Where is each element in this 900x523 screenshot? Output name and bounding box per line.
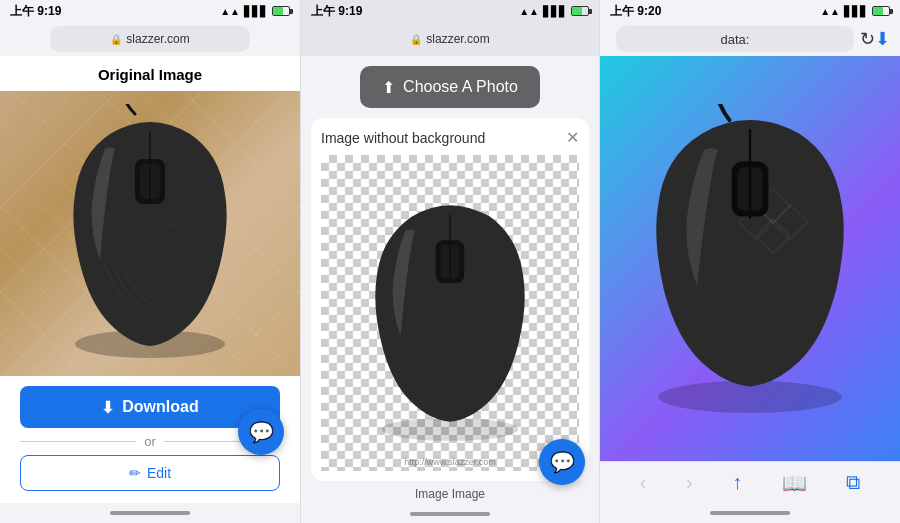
page-title-1: Original Image	[0, 56, 300, 91]
lock-icon-1: 🔒	[110, 34, 122, 45]
battery-icon-3	[872, 6, 890, 16]
status-icons-1: ▲▲ ▋▋▋	[220, 6, 290, 17]
edit-button[interactable]: ✏ Edit	[20, 455, 280, 491]
mouse-result-svg	[635, 104, 865, 414]
address-bar-2: 🔒 slazzer.com	[301, 22, 599, 56]
result-image-area	[600, 56, 900, 461]
home-indicator-2	[410, 512, 490, 516]
domain-2: slazzer.com	[426, 32, 489, 46]
status-icons-2: ▲▲ ▋▋▋	[519, 6, 589, 17]
home-bar-1	[0, 503, 300, 523]
chat-fab-2[interactable]: 💬	[539, 439, 585, 485]
bottom-image-label: Image Image	[301, 481, 599, 505]
chat-fab-1[interactable]: 💬	[238, 409, 284, 455]
original-image-area	[0, 91, 300, 376]
panel-original: 上午 9:19 ▲▲ ▋▋▋ 🔒 slazzer.com Original Im…	[0, 0, 300, 523]
choose-photo-label: Choose A Photo	[403, 78, 518, 96]
reload-button[interactable]: ↻	[860, 28, 875, 50]
status-bar-2: 上午 9:19 ▲▲ ▋▋▋	[301, 0, 599, 22]
chat-icon-2: 💬	[550, 450, 575, 474]
card-title: Image without background	[321, 130, 485, 146]
books-button-3[interactable]: 📖	[782, 471, 807, 495]
card-title-row: Image without background ✕	[321, 128, 579, 147]
download-icon: ⬇	[101, 398, 114, 417]
signal-icon-3: ▋▋▋	[844, 6, 868, 17]
time-3: 上午 9:20	[610, 3, 661, 20]
home-bar-3	[600, 503, 900, 523]
or-text: or	[144, 434, 156, 449]
domain-1: slazzer.com	[126, 32, 189, 46]
share-button-3[interactable]: ↑	[732, 471, 742, 494]
original-image-bg	[0, 91, 300, 376]
panel-nobg: 上午 9:19 ▲▲ ▋▋▋ 🔒 slazzer.com ⬆ Choose A …	[300, 0, 600, 523]
wifi-icon-2: ▲▲	[519, 6, 539, 17]
tabs-button-3[interactable]: ⧉	[846, 471, 860, 494]
lock-icon-2: 🔒	[410, 34, 422, 45]
home-indicator-1	[110, 511, 190, 515]
edit-label: Edit	[147, 465, 171, 481]
home-bar-2	[301, 505, 599, 523]
watermark: http://www.slazzer.com	[404, 457, 496, 467]
result-card: Image without background ✕ http://www.sl…	[311, 118, 589, 481]
status-bar-1: 上午 9:19 ▲▲ ▋▋▋	[0, 0, 300, 22]
url-bar[interactable]: data:	[616, 26, 854, 52]
address-bar-1: 🔒 slazzer.com	[0, 22, 300, 56]
chat-icon-1: 💬	[249, 420, 274, 444]
signal-icon: ▋▋▋	[244, 6, 268, 17]
signal-icon-2: ▋▋▋	[543, 6, 567, 17]
mouse-original-svg	[50, 104, 250, 364]
panel-data: 上午 9:20 ▲▲ ▋▋▋ data: ↻ ⬇	[600, 0, 900, 523]
battery-icon-2	[571, 6, 589, 16]
choose-photo-button[interactable]: ⬆ Choose A Photo	[360, 66, 540, 108]
status-icons-3: ▲▲ ▋▋▋	[820, 6, 890, 17]
upload-icon: ⬆	[382, 78, 395, 97]
or-line-left	[20, 441, 136, 442]
edit-icon: ✏	[129, 465, 141, 481]
home-indicator-3	[710, 511, 790, 515]
address-pill-2[interactable]: 🔒 slazzer.com	[350, 26, 550, 52]
gradient-background	[600, 56, 900, 461]
forward-button-3[interactable]: ›	[686, 471, 693, 494]
url-text: data:	[721, 32, 750, 47]
back-button-3[interactable]: ‹	[640, 471, 647, 494]
wifi-icon-3: ▲▲	[820, 6, 840, 17]
time-2: 上午 9:19	[311, 3, 362, 20]
close-button[interactable]: ✕	[566, 128, 579, 147]
battery-icon	[272, 6, 290, 16]
time-1: 上午 9:19	[10, 3, 61, 20]
bottom-nav-bar-3: ‹ › ↑ 📖 ⧉	[600, 461, 900, 503]
address-pill-1[interactable]: 🔒 slazzer.com	[50, 26, 250, 52]
address-bar-3: data: ↻ ⬇	[600, 22, 900, 56]
checker-background: http://www.slazzer.com	[321, 155, 579, 471]
wifi-icon: ▲▲	[220, 6, 240, 17]
status-bar-3: 上午 9:20 ▲▲ ▋▋▋	[600, 0, 900, 22]
download-addr-button[interactable]: ⬇	[875, 28, 890, 50]
download-label: Download	[122, 398, 198, 416]
mouse-nobg-svg	[355, 188, 545, 448]
